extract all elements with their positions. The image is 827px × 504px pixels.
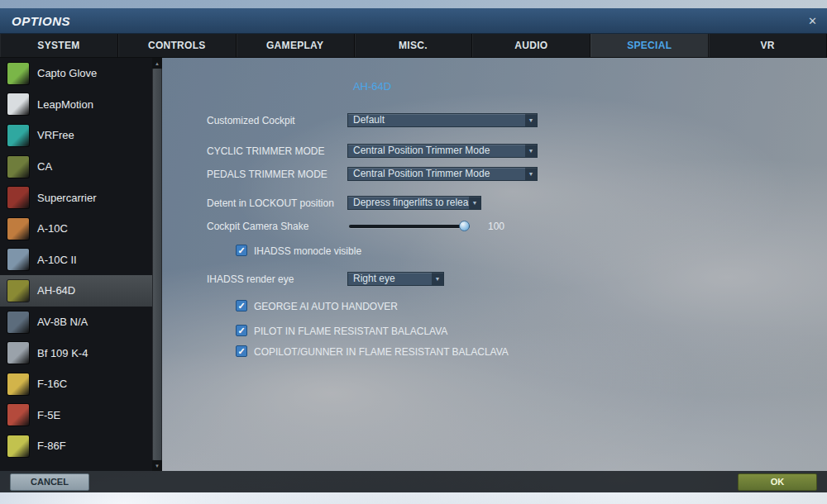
- sidebar-item-ah-64d[interactable]: AH-64D: [0, 275, 152, 307]
- tab-bar: SYSTEM CONTROLS GAMEPLAY MISC. AUDIO SPE…: [0, 34, 827, 58]
- sidebar-item-bf-109[interactable]: Bf 109 K-4: [0, 337, 152, 368]
- chevron-down-icon[interactable]: ▼: [432, 273, 443, 285]
- ihadss-monocle-label: IHADSS monocle visible: [254, 245, 361, 257]
- row-pedals-trimmer: PEDALS TRIMMER MODE Central Position Tri…: [162, 167, 827, 182]
- leapmotion-icon: [7, 93, 29, 115]
- sidebar-item-label: CA: [37, 160, 52, 173]
- cyclic-trimmer-dropdown[interactable]: Central Position Trimmer Mode ▼: [347, 144, 538, 158]
- detent-lockout-label: Detent in LOCKOUT position: [207, 197, 334, 209]
- a-10c-icon: [7, 218, 29, 240]
- sidebar-item-label: F-16C: [37, 378, 67, 390]
- chevron-down-icon[interactable]: ▼: [525, 168, 537, 180]
- row-camera-shake: Cockpit Camera Shake 100: [162, 219, 827, 234]
- sidebar-item-f-86f[interactable]: F-86F: [0, 430, 152, 462]
- titlebar: OPTIONS ✕: [0, 8, 827, 34]
- capto-glove-icon: [7, 63, 29, 84]
- row-customized-cockpit: Customized Cockpit Default ▼: [162, 113, 827, 128]
- sidebar-item-f-5e[interactable]: F-5E: [0, 400, 152, 431]
- tab-special[interactable]: SPECIAL: [590, 34, 709, 57]
- f-86f-icon: [7, 435, 29, 457]
- george-ai-label: GEORGE AI AUTO HANDOVER: [254, 301, 398, 312]
- chevron-down-icon[interactable]: ▼: [525, 114, 537, 126]
- sidebar-item-label: AH-64D: [37, 284, 75, 297]
- tab-vr[interactable]: VR: [709, 34, 827, 57]
- f-5e-icon: [7, 404, 29, 426]
- copilot-balaclava-checkbox[interactable]: ✓: [236, 345, 247, 357]
- scroll-down-icon[interactable]: ▼: [152, 460, 162, 471]
- module-list: Capto Glove LeapMotion VRFree CA Superca…: [0, 58, 152, 471]
- sidebar-item-label: LeapMotion: [37, 98, 93, 111]
- sidebar-item-a-10c[interactable]: A-10C: [0, 213, 152, 245]
- vrfree-icon: [7, 125, 29, 146]
- tab-gameplay[interactable]: GAMEPLAY: [237, 34, 355, 57]
- camera-shake-label: Cockpit Camera Shake: [207, 221, 308, 232]
- check-icon: ✓: [237, 245, 245, 255]
- ca-icon: [7, 156, 29, 178]
- sidebar-item-a-10c-ii[interactable]: A-10C II: [0, 245, 152, 276]
- cancel-button[interactable]: CANCEL: [10, 473, 89, 491]
- pilot-balaclava-checkbox[interactable]: ✓: [236, 325, 247, 336]
- tab-audio[interactable]: AUDIO: [472, 34, 590, 57]
- sidebar-item-ca[interactable]: CA: [0, 151, 152, 183]
- scrollbar-thumb[interactable]: [153, 69, 161, 460]
- ok-button[interactable]: OK: [738, 473, 817, 491]
- customized-cockpit-label: Customized Cockpit: [207, 115, 295, 126]
- camera-shake-slider[interactable]: [349, 219, 470, 234]
- pilot-balaclava-label: PILOT IN FLAME RESISTANT BALACLAVA: [254, 326, 447, 337]
- sidebar-item-label: Capto Glove: [37, 67, 97, 79]
- tab-misc[interactable]: MISC.: [355, 34, 473, 57]
- row-ihadss-render-eye: IHADSS render eye Right eye ▼: [162, 272, 827, 287]
- sidebar-scrollbar[interactable]: ▲ ▼: [152, 58, 162, 471]
- pedals-trimmer-dropdown[interactable]: Central Position Trimmer Mode ▼: [347, 167, 538, 181]
- sidebar-item-capto-glove[interactable]: Capto Glove: [0, 58, 152, 89]
- pedals-trimmer-label: PEDALS TRIMMER MODE: [207, 169, 327, 180]
- ihadss-render-eye-dropdown[interactable]: Right eye ▼: [347, 272, 444, 286]
- copilot-balaclava-label: COPILOT/GUNNER IN FLAME RESISTANT BALACL…: [254, 346, 509, 358]
- dialog-title: OPTIONS: [12, 8, 70, 34]
- check-icon: ✓: [237, 301, 245, 311]
- sidebar-item-label: A-10C: [37, 222, 68, 235]
- close-icon[interactable]: ✕: [808, 8, 817, 34]
- tab-controls[interactable]: CONTROLS: [118, 34, 237, 57]
- module-title: AH-64D: [207, 80, 538, 93]
- special-options-panel: AH-64D Customized Cockpit Default ▼ CYCL…: [162, 58, 827, 471]
- sidebar-item-f-16c[interactable]: F-16C: [0, 368, 152, 400]
- row-detent-lockout: Detent in LOCKOUT position Depress finge…: [162, 196, 827, 211]
- f-16c-icon: [7, 373, 29, 395]
- row-cyclic-trimmer: CYCLIC TRIMMER MODE Central Position Tri…: [162, 144, 827, 159]
- dropdown-value: Depress fingerlifts to release l: [348, 197, 469, 209]
- detent-lockout-dropdown[interactable]: Depress fingerlifts to release l ▼: [347, 196, 481, 210]
- sidebar-item-av-8b[interactable]: AV-8B N/A: [0, 307, 152, 338]
- sidebar-item-label: VRFree: [37, 129, 74, 141]
- george-ai-checkbox[interactable]: ✓: [236, 300, 247, 311]
- dropdown-value: Central Position Trimmer Mode: [348, 168, 525, 180]
- bf-109-icon: [7, 342, 29, 364]
- slider-knob[interactable]: [459, 221, 470, 231]
- sidebar-item-label: Supercarrier: [37, 192, 97, 204]
- av-8b-icon: [7, 311, 29, 333]
- row-ihadss-monocle: ✓ IHADSS monocle visible: [162, 244, 827, 259]
- ihadss-render-eye-label: IHADSS render eye: [207, 273, 294, 285]
- ah-64d-icon: [7, 280, 29, 302]
- a-10c-ii-icon: [7, 249, 29, 270]
- slider-track[interactable]: [349, 225, 470, 228]
- row-pilot-balaclava: ✓ PILOT IN FLAME RESISTANT BALACLAVA: [162, 324, 827, 339]
- customized-cockpit-dropdown[interactable]: Default ▼: [347, 113, 538, 127]
- check-icon: ✓: [237, 326, 245, 335]
- chevron-down-icon[interactable]: ▼: [525, 145, 537, 157]
- ihadss-monocle-checkbox[interactable]: ✓: [236, 245, 247, 256]
- row-george-ai: ✓ GEORGE AI AUTO HANDOVER: [162, 299, 827, 314]
- sidebar-item-label: F-5E: [37, 409, 60, 421]
- supercarrier-icon: [7, 187, 29, 208]
- tab-system[interactable]: SYSTEM: [0, 34, 118, 57]
- row-copilot-balaclava: ✓ COPILOT/GUNNER IN FLAME RESISTANT BALA…: [162, 345, 827, 359]
- scroll-up-icon[interactable]: ▲: [152, 58, 162, 69]
- chevron-down-icon[interactable]: ▼: [469, 197, 480, 209]
- footer-bar: CANCEL OK: [0, 471, 827, 492]
- dropdown-value: Right eye: [348, 273, 432, 285]
- sidebar-item-supercarrier[interactable]: Supercarrier: [0, 182, 152, 213]
- options-dialog: OPTIONS ✕ SYSTEM CONTROLS GAMEPLAY MISC.…: [0, 8, 827, 492]
- dropdown-value: Central Position Trimmer Mode: [348, 145, 525, 157]
- sidebar-item-leapmotion[interactable]: LeapMotion: [0, 89, 152, 121]
- sidebar-item-vrfree[interactable]: VRFree: [0, 120, 152, 151]
